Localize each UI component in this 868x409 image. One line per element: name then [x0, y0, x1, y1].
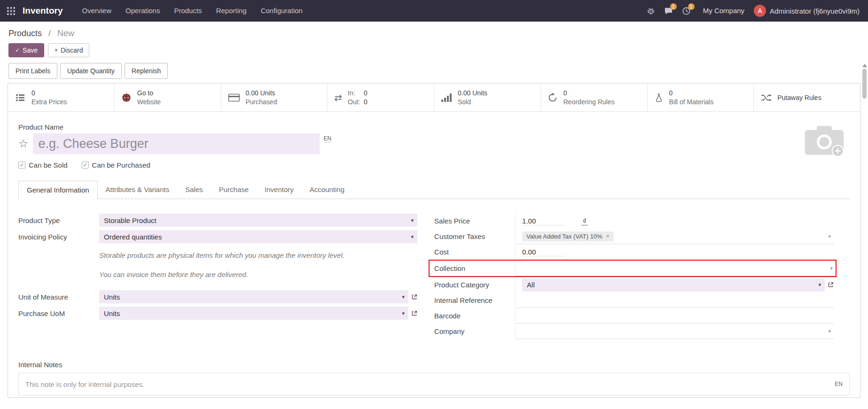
app-name[interactable]: Inventory [23, 6, 63, 16]
stat-bill-of-materials[interactable]: 0 Bill of Materials [648, 84, 754, 111]
sales-price-input[interactable]: 1.00 [522, 217, 565, 225]
company-label: Company [434, 327, 515, 335]
barcode-input[interactable] [515, 308, 834, 324]
external-link-icon[interactable] [411, 310, 417, 316]
stat-label: Reordering Rules [563, 98, 615, 106]
update-quantity-button[interactable]: Update Quantity [60, 63, 122, 79]
product-category-value: All [527, 281, 535, 289]
navbar-left: Inventory Overview Operations Products R… [0, 0, 310, 22]
external-link-icon[interactable] [828, 282, 834, 288]
record-action-row: ✓ Save × Discard [0, 41, 868, 63]
stat-value: 0 [563, 89, 615, 97]
can-be-purchased-checkbox[interactable]: ✓ Can be Purchased [82, 161, 150, 169]
notes-language-badge[interactable]: EN [835, 381, 843, 387]
invoice-help-text: You can invoice them before they are del… [99, 270, 417, 278]
collection-input[interactable]: ▾ [515, 261, 836, 276]
nav-overview[interactable]: Overview [75, 0, 119, 22]
product-type-select[interactable]: Storable Product ▾ [99, 214, 417, 227]
debug-bug-icon[interactable] [642, 0, 660, 22]
purchase-uom-select[interactable]: Units ▾ [99, 307, 408, 320]
product-name-row: ☆ EN [18, 133, 850, 154]
scroll-up-arrow-icon[interactable] [862, 64, 867, 67]
replenish-button[interactable]: Replenish [125, 63, 168, 79]
out-value: 0 [364, 98, 368, 106]
field-collection-highlighted: Collection ▾ [429, 260, 837, 277]
form-sheet: 0 Extra Prices Go to Website 0.00 Units … [8, 83, 860, 398]
checkbox-check-icon: ✓ [82, 162, 89, 169]
field-sales-price: Sales Price 1.00 ₫ [434, 213, 834, 229]
breadcrumb-products[interactable]: Products [8, 29, 42, 38]
tab-attributes-variants[interactable]: Attributes & Variants [98, 181, 178, 199]
external-link-icon[interactable] [411, 294, 417, 300]
purchase-uom-label: Purchase UoM [18, 309, 99, 317]
stat-go-to-website[interactable]: Go to Website [115, 84, 221, 111]
product-type-value: Storable Product [104, 216, 156, 224]
breadcrumb-new: New [57, 29, 74, 38]
remove-tag-icon[interactable]: × [606, 233, 610, 239]
activities-button[interactable]: 1 [678, 0, 696, 22]
bug-icon [647, 7, 655, 15]
nav-products[interactable]: Products [167, 0, 209, 22]
discard-button[interactable]: × Discard [48, 43, 89, 57]
company-switcher[interactable]: My Company [696, 0, 752, 22]
tab-accounting[interactable]: Accounting [302, 181, 352, 199]
nav-configuration[interactable]: Configuration [254, 0, 310, 22]
company-input[interactable]: ▾ [515, 324, 834, 339]
print-labels-button[interactable]: Print Labels [8, 63, 57, 79]
storable-help-text: Storable products are physical items for… [99, 251, 417, 259]
tab-inventory[interactable]: Inventory [257, 181, 302, 199]
user-name: Administrator (fj6nyue0vi9m) [770, 7, 860, 15]
product-category-select[interactable]: All ▾ [522, 278, 825, 292]
save-button[interactable]: ✓ Save [8, 43, 44, 57]
messages-button[interactable]: 1 [660, 0, 678, 22]
product-name-input[interactable] [33, 133, 320, 154]
vertical-scrollbar[interactable] [862, 64, 867, 407]
invoicing-policy-value: Ordered quantities [104, 233, 162, 241]
nav-operations[interactable]: Operations [118, 0, 167, 22]
internal-notes-label: Internal Notes [18, 361, 850, 369]
collection-label: Collection [434, 264, 515, 272]
user-menu[interactable]: A Administrator (fj6nyue0vi9m) [752, 5, 861, 17]
list-icon [15, 92, 26, 103]
tab-general-information[interactable]: General Information [18, 181, 98, 199]
product-type-label: Product Type [18, 216, 99, 224]
product-category-label: Product Category [434, 281, 515, 289]
close-icon: × [55, 47, 58, 54]
messages-badge: 1 [670, 3, 677, 10]
field-invoicing-policy: Invoicing Policy Ordered quantities ▾ [18, 230, 417, 244]
navbar-right: 1 1 My Company A Administrator (fj6nyue0… [642, 0, 868, 22]
can-be-sold-checkbox[interactable]: ✓ Can be Sold [18, 161, 68, 169]
chevron-down-icon: ▾ [402, 310, 405, 316]
tab-purchase[interactable]: Purchase [211, 181, 257, 199]
nav-reporting[interactable]: Reporting [209, 0, 254, 22]
internal-reference-input[interactable] [515, 293, 834, 308]
stat-value: Go to [137, 89, 161, 97]
uom-label: Unit of Measure [18, 293, 99, 301]
favorite-star-icon[interactable]: ☆ [18, 138, 29, 149]
stat-reordering-rules[interactable]: 0 Reordering Rules [541, 84, 648, 111]
tab-sales[interactable]: Sales [177, 181, 211, 199]
chevron-down-icon[interactable]: ▾ [828, 328, 831, 334]
stat-label: Bill of Materials [669, 98, 714, 106]
flask-icon [654, 93, 664, 103]
barcode-label: Barcode [434, 312, 515, 320]
stat-in-out[interactable]: ⇄ In:0 Out:0 [328, 84, 434, 111]
chevron-down-icon[interactable]: ▾ [830, 265, 833, 271]
chevron-down-icon: ▾ [411, 234, 414, 240]
activities-badge: 1 [688, 3, 695, 10]
invoicing-policy-select[interactable]: Ordered quantities ▾ [99, 230, 417, 243]
stat-purchased[interactable]: 0.00 Units Purchased [221, 84, 328, 111]
apps-menu-icon[interactable] [0, 0, 22, 22]
scrollbar-thumb[interactable] [862, 69, 867, 99]
field-product-type: Product Type Storable Product ▾ [18, 213, 417, 227]
stat-putaway-rules[interactable]: Putaway Rules [754, 84, 860, 111]
cost-input[interactable]: 0.00 [522, 248, 565, 256]
stat-extra-prices[interactable]: 0 Extra Prices [8, 84, 115, 111]
customer-taxes-field[interactable]: Value Added Tax (VAT) 10% × ▾ [515, 229, 834, 244]
uom-select[interactable]: Units ▾ [99, 290, 408, 303]
language-badge[interactable]: EN [324, 135, 332, 142]
check-icon: ✓ [15, 47, 20, 54]
chevron-down-icon[interactable]: ▾ [828, 233, 831, 239]
internal-notes-input[interactable] [25, 380, 835, 388]
stat-sold[interactable]: 0.00 Units Sold [434, 84, 541, 111]
